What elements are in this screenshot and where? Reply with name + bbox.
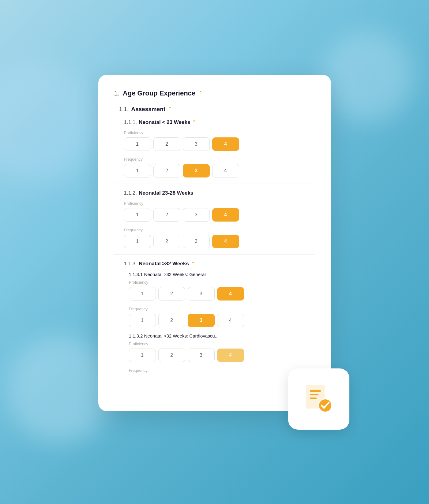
proficiency-buttons-1-1-1: 1 2 3 4 (124, 137, 315, 151)
frequency-btn-1-1-1-2[interactable]: 2 (153, 164, 180, 177)
proficiency-btn-1-1-1-1[interactable]: 1 (124, 137, 151, 151)
separator-2 (114, 254, 315, 255)
decorative-blob-1 (0, 61, 98, 184)
frequency-btn-1-1-1-1[interactable]: 1 (124, 164, 151, 177)
section-1-1-2-label: Neonatal 23-28 Weeks (139, 190, 193, 196)
separator-1 (114, 184, 315, 184)
section-1-1-3-2-title: 1.1.3.2 Neonatal >32 Weeks: Cardiovascu.… (129, 333, 315, 338)
frequency-btn-1-1-3-1-3[interactable]: 3 (188, 314, 215, 327)
frequency-group-1-1-1: Frequency 1 2 3 4 (124, 157, 315, 177)
proficiency-btn-1-1-3-2-1[interactable]: 1 (129, 349, 156, 362)
section-1-1-3-label: Neonatal >32 Weeks (139, 261, 189, 267)
proficiency-buttons-1-1-3-1: 1 2 3 4 (129, 287, 315, 301)
decorative-blob-3 (322, 31, 414, 122)
frequency-group-1-1-3-2: Frequency (129, 368, 315, 373)
proficiency-btn-1-1-2-2[interactable]: 2 (153, 208, 180, 222)
frequency-btn-1-1-1-4[interactable]: 4 (212, 164, 239, 177)
proficiency-label-1-1-3-1: Proficiency (129, 280, 315, 285)
section-1-1-2-number: 1.1.2. (124, 190, 137, 196)
frequency-btn-1-1-3-1-2[interactable]: 2 (158, 314, 185, 327)
proficiency-btn-1-1-2-3[interactable]: 3 (183, 208, 210, 222)
proficiency-label-1-1-3-2: Proficiency (129, 342, 315, 346)
frequency-group-1-1-3-1: Frequency 1 2 3 4 (129, 307, 315, 327)
svg-rect-2 (310, 390, 321, 392)
section-1-1-1-title: 1.1.1. Neonatal < 23 Weeks ⌃ (124, 119, 315, 125)
proficiency-btn-1-1-3-1-3[interactable]: 3 (188, 287, 215, 301)
proficiency-group-1-1-1: Proficiency 1 2 3 4 (124, 130, 315, 151)
section-1-1-3-1-title: 1.1.3.1 Neonatal >32 Weeks: General (129, 272, 315, 277)
section-1-1-number: 1.1. (119, 106, 129, 113)
section-1-1-3-collapse-icon[interactable]: ⌃ (191, 261, 195, 267)
decorative-blob-2 (6, 336, 113, 443)
section-1-1-title: 1.1. Assessment ⌃ (119, 106, 315, 113)
proficiency-btn-1-1-3-1-4[interactable]: 4 (217, 287, 244, 301)
svg-rect-3 (310, 394, 318, 395)
section-1-1-3-2-label: Neonatal >32 Weeks: Cardiovascu... (144, 333, 219, 338)
svg-rect-4 (310, 398, 317, 399)
proficiency-group-1-1-3-2: Proficiency 1 2 3 4 (129, 342, 315, 362)
proficiency-btn-1-1-2-1[interactable]: 1 (124, 208, 151, 222)
proficiency-btn-1-1-3-2-4[interactable]: 4 (217, 349, 244, 362)
frequency-btn-1-1-2-4[interactable]: 4 (212, 235, 239, 248)
section-1-title: 1. Age Group Experience ⌃ (114, 89, 315, 97)
proficiency-label-1-1-2: Proficiency (124, 201, 315, 206)
proficiency-buttons-1-1-2: 1 2 3 4 (124, 208, 315, 222)
frequency-buttons-1-1-3-1: 1 2 3 4 (129, 314, 315, 327)
checklist-icon-card (288, 368, 349, 430)
frequency-btn-1-1-1-3[interactable]: 3 (183, 164, 210, 177)
frequency-buttons-1-1-1: 1 2 3 4 (124, 164, 315, 177)
proficiency-btn-1-1-3-2-2[interactable]: 2 (158, 349, 185, 362)
frequency-btn-1-1-3-1-4[interactable]: 4 (217, 314, 244, 327)
section-1-1-1-collapse-icon[interactable]: ⌃ (192, 119, 196, 125)
section-1-1-3-1-label: Neonatal >32 Weeks: General (144, 272, 206, 277)
proficiency-buttons-1-1-3-2: 1 2 3 4 (129, 349, 315, 362)
section-1-1-1-label: Neonatal < 23 Weeks (139, 119, 190, 125)
frequency-btn-1-1-2-3[interactable]: 3 (183, 235, 210, 248)
proficiency-btn-1-1-1-4[interactable]: 4 (212, 137, 239, 151)
section-1-1-3-2-number: 1.1.3.2 (129, 333, 143, 338)
proficiency-group-1-1-3-1: Proficiency 1 2 3 4 (129, 280, 315, 301)
frequency-btn-1-1-3-1-1[interactable]: 1 (129, 314, 156, 327)
frequency-label-1-1-3-2: Frequency (129, 368, 315, 373)
section-1-1-1-number: 1.1.1. (124, 119, 137, 125)
main-card: 1. Age Group Experience ⌃ 1.1. Assessmen… (98, 75, 331, 411)
section-1-1-3-1-number: 1.1.3.1 (129, 272, 143, 277)
frequency-group-1-1-2: Frequency 1 2 3 4 (124, 228, 315, 248)
section-1-collapse-icon[interactable]: ⌃ (198, 90, 202, 96)
proficiency-btn-1-1-2-4[interactable]: 4 (212, 208, 239, 222)
section-1-1-3-title: 1.1.3. Neonatal >32 Weeks ⌃ (124, 261, 315, 267)
frequency-btn-1-1-2-2[interactable]: 2 (153, 235, 180, 248)
section-1-1-3-number: 1.1.3. (124, 261, 137, 267)
proficiency-btn-1-1-3-1-2[interactable]: 2 (158, 287, 185, 301)
checklist-icon (302, 382, 336, 416)
section-1-number: 1. (114, 89, 120, 97)
proficiency-group-1-1-2: Proficiency 1 2 3 4 (124, 201, 315, 222)
frequency-btn-1-1-2-1[interactable]: 1 (124, 235, 151, 248)
frequency-label-1-1-3-1: Frequency (129, 307, 315, 311)
frequency-label-1-1-2: Frequency (124, 228, 315, 232)
proficiency-btn-1-1-3-1-1[interactable]: 1 (129, 287, 156, 301)
section-1-label: Age Group Experience (123, 89, 195, 97)
proficiency-btn-1-1-1-2[interactable]: 2 (153, 137, 180, 151)
proficiency-btn-1-1-1-3[interactable]: 3 (183, 137, 210, 151)
proficiency-label-1-1-1: Proficiency (124, 130, 315, 135)
frequency-buttons-1-1-2: 1 2 3 4 (124, 235, 315, 248)
section-1-1-2-title: 1.1.2. Neonatal 23-28 Weeks (124, 190, 315, 196)
section-1-1-label: Assessment (131, 106, 165, 113)
frequency-label-1-1-1: Frequency (124, 157, 315, 162)
section-1-1-collapse-icon[interactable]: ⌃ (168, 106, 172, 112)
proficiency-btn-1-1-3-2-3[interactable]: 3 (188, 349, 215, 362)
